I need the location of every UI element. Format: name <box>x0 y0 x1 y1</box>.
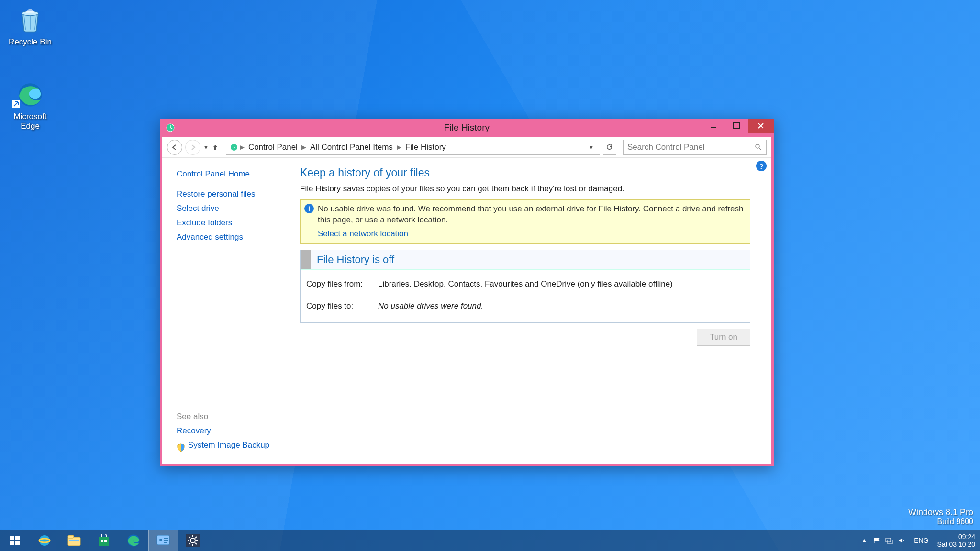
nav-forward-button[interactable] <box>185 140 200 155</box>
shield-icon <box>177 443 185 452</box>
search-input[interactable]: Search Control Panel <box>623 140 767 155</box>
page-description: File History saves copies of your files … <box>300 184 750 194</box>
status-title: File History is off <box>311 251 400 269</box>
titlebar[interactable]: File History <box>160 119 774 137</box>
tray-chevron-icon[interactable]: ▲ <box>861 537 867 544</box>
copy-to-value: No usable drives were found. <box>378 301 483 311</box>
copy-from-value: Libraries, Desktop, Contacts, Favourites… <box>378 279 673 289</box>
refresh-button[interactable] <box>603 140 616 155</box>
status-box: File History is off Copy files from: Lib… <box>300 250 750 323</box>
see-also-heading: See also <box>177 412 295 421</box>
svg-point-8 <box>756 144 759 148</box>
svg-point-13 <box>39 535 50 546</box>
svg-rect-20 <box>104 540 107 542</box>
window-title: File History <box>160 122 774 133</box>
taskbar-ie-icon[interactable] <box>30 530 59 551</box>
address-bar[interactable]: ▶ Control Panel ▶ All Control Panel Item… <box>226 140 600 155</box>
turn-on-button[interactable]: Turn on <box>697 329 750 346</box>
chevron-right-icon: ▶ <box>396 143 402 151</box>
notice-link-network-location[interactable]: Select a network location <box>318 229 408 240</box>
sidebar-control-panel-home[interactable]: Control Panel Home <box>177 169 295 179</box>
taskbar-edge-icon[interactable] <box>119 530 148 551</box>
svg-rect-16 <box>68 535 74 538</box>
taskbar-explorer-icon[interactable] <box>59 530 89 551</box>
svg-rect-17 <box>69 540 79 541</box>
svg-rect-26 <box>164 542 167 543</box>
status-indicator-icon <box>301 250 311 269</box>
svg-point-23 <box>159 539 162 541</box>
watermark-line2: Build 9600 <box>908 518 973 526</box>
copy-to-label: Copy files to: <box>306 301 378 311</box>
nav-back-button[interactable] <box>167 140 182 155</box>
tray-network-icon[interactable] <box>885 537 893 544</box>
sidebar-link-recovery[interactable]: Recovery <box>177 426 295 436</box>
svg-rect-19 <box>101 540 103 542</box>
edge-icon <box>15 78 45 109</box>
main-content: ? Keep a history of your files File Hist… <box>300 158 771 462</box>
tray-date: Sat 03 10 20 <box>937 540 975 548</box>
svg-rect-9 <box>10 536 14 540</box>
taskbar-store-icon[interactable] <box>89 530 119 551</box>
address-icon <box>229 143 239 152</box>
search-placeholder: Search Control Panel <box>627 143 755 152</box>
sidebar-link-exclude-folders[interactable]: Exclude folders <box>177 218 295 228</box>
nav-history-dropdown[interactable]: ▼ <box>203 144 209 150</box>
desktop-icon-label: Recycle Bin <box>4 37 56 47</box>
recycle-bin-icon <box>15 4 45 34</box>
svg-rect-25 <box>164 540 168 541</box>
sidebar-link-select-drive[interactable]: Select drive <box>177 204 295 213</box>
breadcrumb-item[interactable]: Control Panel <box>245 143 301 152</box>
sidebar-link-system-image-backup[interactable]: System Image Backup <box>188 441 269 450</box>
taskbar-control-panel-icon[interactable] <box>148 530 178 551</box>
copy-from-label: Copy files from: <box>306 279 378 289</box>
page-heading: Keep a history of your files <box>300 166 750 179</box>
svg-rect-10 <box>15 536 20 540</box>
taskbar: ▲ ENG 09:24 Sat 03 10 20 <box>0 530 980 551</box>
sidebar: Control Panel Home Restore personal file… <box>162 158 300 462</box>
desktop-icon-label: Microsoft Edge <box>4 112 56 131</box>
desktop-icon-recycle-bin[interactable]: Recycle Bin <box>4 4 56 47</box>
chevron-right-icon: ▶ <box>239 143 245 151</box>
svg-rect-24 <box>164 538 168 539</box>
search-icon <box>755 143 762 151</box>
chevron-right-icon: ▶ <box>301 143 307 151</box>
svg-rect-11 <box>10 541 14 545</box>
help-icon[interactable]: ? <box>756 161 767 171</box>
sidebar-link-restore[interactable]: Restore personal files <box>177 189 295 199</box>
system-tray <box>873 537 905 544</box>
info-icon: i <box>304 204 314 213</box>
watermark-line1: Windows 8.1 Pro <box>908 507 973 518</box>
taskbar-settings-icon[interactable] <box>178 530 208 551</box>
tray-clock[interactable]: 09:24 Sat 03 10 20 <box>937 533 975 548</box>
toolbar: ▼ ▶ Control Panel ▶ All Control Panel It… <box>162 137 771 158</box>
breadcrumb-item[interactable]: File History <box>402 143 449 152</box>
breadcrumb-item[interactable]: All Control Panel Items <box>307 143 396 152</box>
windows-watermark: Windows 8.1 Pro Build 9600 <box>908 507 973 526</box>
tray-language[interactable]: ENG <box>911 536 931 545</box>
tray-flag-icon[interactable] <box>873 537 880 544</box>
tray-volume-icon[interactable] <box>898 537 905 544</box>
notice-text: No usable drive was found. We recommend … <box>318 204 743 224</box>
address-dropdown[interactable]: ▼ <box>586 144 597 150</box>
tray-time: 09:24 <box>937 533 975 540</box>
sidebar-link-advanced-settings[interactable]: Advanced settings <box>177 232 295 242</box>
svg-rect-12 <box>15 541 20 545</box>
file-history-window: File History ▼ ▶ Co <box>160 119 774 466</box>
start-button[interactable] <box>0 530 30 551</box>
desktop-icon-edge[interactable]: Microsoft Edge <box>4 78 56 131</box>
nav-up-button[interactable] <box>212 143 223 151</box>
svg-rect-18 <box>99 537 109 546</box>
info-notice: i No usable drive was found. We recommen… <box>300 199 750 244</box>
